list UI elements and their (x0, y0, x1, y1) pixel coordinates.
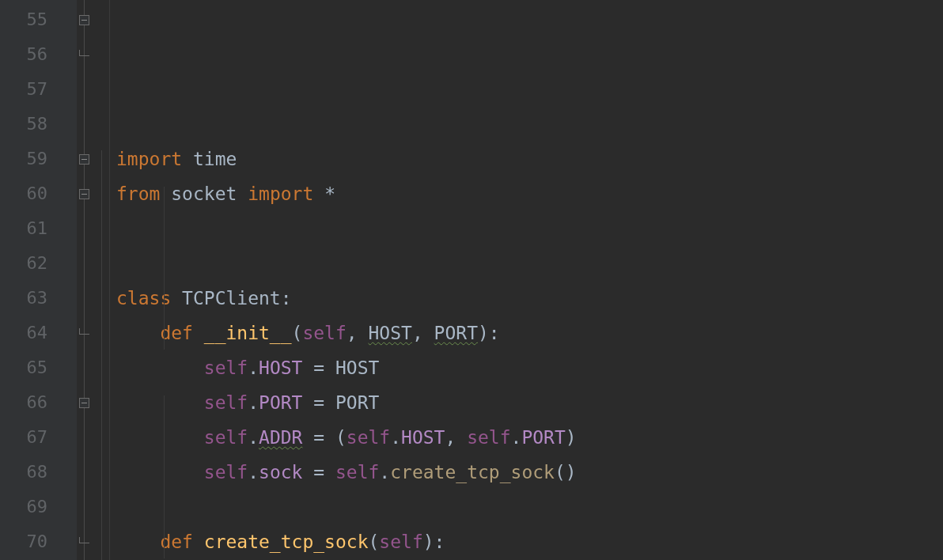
indent-guide (164, 395, 165, 558)
code-editor[interactable]: 55565758596061626364656667686970 import … (0, 0, 943, 560)
code-line[interactable] (116, 490, 943, 524)
code-token: PORT (335, 392, 379, 413)
code-token: HOST (259, 358, 302, 378)
code-token: import (116, 149, 193, 169)
line-number: 69 (0, 490, 77, 524)
code-line[interactable]: def __init__(self, HOST, PORT): (116, 316, 943, 350)
line-number: 60 (0, 176, 77, 211)
code-line[interactable] (116, 246, 943, 281)
code-token: socket (171, 184, 248, 204)
code-line[interactable]: self.sock = self.create_tcp_sock() (116, 455, 943, 490)
code-token: . (390, 427, 401, 448)
code-token: ( (369, 532, 380, 552)
fold-toggle-icon[interactable] (79, 15, 89, 25)
code-token: sock (259, 462, 302, 482)
code-token: self (347, 427, 390, 448)
code-token: ( (292, 323, 303, 343)
code-token: self (302, 323, 346, 343)
code-token: ADDR (259, 427, 302, 448)
fold-end-icon (79, 50, 89, 56)
line-number: 58 (0, 107, 77, 142)
code-token: self (467, 427, 510, 448)
line-number: 55 (0, 2, 77, 37)
code-token: ): (478, 323, 500, 343)
line-number: 57 (0, 72, 77, 107)
code-token: () (555, 462, 577, 482)
code-token: self (204, 462, 248, 482)
indent-guide-fold (101, 150, 102, 560)
fold-end-icon (79, 328, 89, 335)
code-line[interactable]: from socket import * (116, 176, 943, 211)
line-number: 61 (0, 211, 77, 246)
code-token: PORT (521, 427, 565, 448)
code-token: create_tcp_sock (390, 462, 555, 482)
code-token: . (511, 427, 522, 448)
line-number: 64 (0, 316, 77, 350)
code-token: . (248, 392, 259, 413)
code-token: self (379, 532, 422, 552)
code-token: TCPClient (182, 288, 281, 308)
code-token: import (248, 184, 324, 204)
code-token: = (302, 392, 335, 413)
code-token: , (347, 323, 369, 343)
code-token: . (379, 462, 390, 482)
line-number: 63 (0, 281, 77, 316)
code-token: . (248, 462, 259, 482)
code-line[interactable]: class TCPClient: (116, 281, 943, 316)
code-token: : (281, 288, 292, 308)
fold-toggle-icon[interactable] (79, 398, 89, 408)
code-area[interactable]: import timefrom socket import *class TCP… (110, 0, 943, 560)
code-line[interactable] (116, 211, 943, 246)
code-line[interactable]: import time (116, 142, 943, 176)
code-token: def (160, 323, 203, 343)
line-number: 66 (0, 385, 77, 420)
code-token: __init__ (204, 323, 292, 343)
code-token: PORT (434, 323, 478, 343)
code-token: = (302, 462, 335, 482)
code-line[interactable]: self.PORT = PORT (116, 385, 943, 420)
fold-toggle-icon[interactable] (79, 154, 89, 165)
code-line[interactable]: def create_tcp_sock(self): (116, 524, 943, 559)
fold-guide-line (84, 0, 85, 560)
code-token: from (116, 184, 171, 204)
code-token: * (324, 184, 335, 204)
code-token: create_tcp_sock (204, 532, 369, 552)
indent-guide (164, 187, 165, 350)
code-token: PORT (259, 392, 302, 413)
line-number: 56 (0, 37, 77, 72)
line-number: 67 (0, 420, 77, 455)
code-line[interactable]: self.HOST = HOST (116, 350, 943, 385)
code-token: self (204, 392, 248, 413)
code-token: = ( (302, 427, 346, 448)
code-token: ): (423, 532, 445, 552)
code-token: ) (566, 427, 577, 448)
code-token: HOST (401, 427, 445, 448)
fold-column[interactable] (77, 0, 110, 560)
code-token: time (193, 149, 237, 169)
code-token: def (160, 532, 203, 552)
fold-end-icon (79, 537, 89, 543)
code-token: self (335, 462, 379, 482)
code-token: = (302, 358, 335, 378)
code-token: HOST (369, 323, 412, 343)
code-token: self (204, 427, 248, 448)
fold-toggle-icon[interactable] (79, 189, 89, 199)
line-number-gutter: 55565758596061626364656667686970 (0, 0, 77, 560)
code-token: , (445, 427, 467, 448)
code-token: class (116, 288, 182, 308)
code-token: self (204, 358, 248, 378)
code-token: HOST (335, 358, 379, 378)
line-number: 59 (0, 142, 77, 176)
line-number: 62 (0, 246, 77, 281)
line-number: 65 (0, 350, 77, 385)
code-token: . (248, 427, 259, 448)
code-token: , (412, 323, 434, 343)
line-number: 70 (0, 524, 77, 559)
line-number: 68 (0, 455, 77, 490)
code-line[interactable]: self.ADDR = (self.HOST, self.PORT) (116, 420, 943, 455)
code-token: . (248, 358, 259, 378)
